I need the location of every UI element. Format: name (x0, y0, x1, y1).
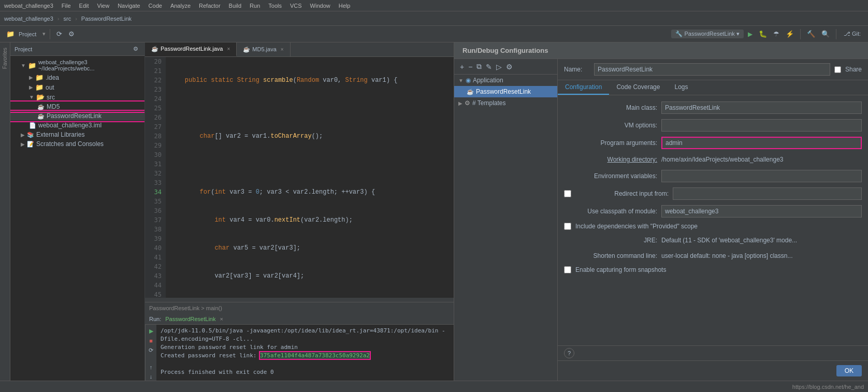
java-file-icon-2: ☕ (37, 113, 45, 120)
config-tab-configuration[interactable]: Configuration (558, 80, 609, 95)
config-remove-btn[interactable]: − (467, 61, 474, 72)
run-rerun-btn[interactable]: ⟳ (147, 346, 155, 355)
config-main-class-input[interactable] (661, 101, 862, 114)
breadcrumb-file[interactable]: PasswordResetLink (81, 16, 132, 22)
git-btn[interactable]: ⎇ Git: (841, 30, 864, 38)
menu-item-app[interactable]: weboat_challenge3 (4, 3, 53, 9)
menu-item-window[interactable]: Window (310, 3, 330, 9)
run-btn[interactable]: ▶ (746, 30, 755, 39)
line-num-28: 28 (149, 132, 162, 141)
debug-btn[interactable]: 🐛 (757, 29, 769, 39)
sidebar-settings-btn[interactable]: ⚙ (131, 45, 140, 53)
sidebar-tree: ▼ 📁 weboat_challenge3 ~/IdeaProjects/web… (10, 56, 144, 381)
line-num-23: 23 (149, 85, 162, 94)
status-right: https://blog.csdn.net/he_and (792, 384, 864, 390)
toolbar-settings-btn[interactable]: ⚙ (66, 29, 77, 39)
run-output-line-1: /opt/jdk-11.0.5/bin/java -javaagent:/opt… (161, 327, 450, 343)
profile-btn[interactable]: ⚡ (784, 29, 796, 39)
editor-tabs: ☕ PasswordResetLink.java × ☕ MD5.java × (145, 42, 454, 57)
config-help-btn[interactable]: ? (564, 348, 574, 358)
config-tree-application[interactable]: ▼ ◉ Application (454, 75, 557, 86)
config-row-include-deps: Include dependencies with "Provided" sco… (564, 223, 862, 230)
code-editor[interactable]: 20 21 22 23 24 25 26 27 28 29 30 31 32 3… (145, 57, 454, 298)
breadcrumb-project[interactable]: weboat_challenge3 (4, 16, 53, 22)
sidebar-item-passwordresetlink[interactable]: ☕ PasswordResetLink (10, 111, 144, 121)
config-share-checkbox[interactable] (834, 66, 841, 73)
favorites-tab[interactable]: Favorites (1, 45, 9, 72)
config-run-btn[interactable]: ▷ (495, 61, 503, 72)
config-add-btn[interactable]: + (458, 61, 466, 72)
config-ok-btn[interactable]: OK (836, 365, 862, 376)
config-tab-logs[interactable]: Logs (667, 80, 695, 95)
config-copy-btn[interactable]: ⧉ (475, 61, 483, 72)
tab-close-2[interactable]: × (281, 47, 284, 52)
config-env-vars-input[interactable] (661, 170, 862, 182)
sidebar-item-scratches[interactable]: ▶ 📝 Scratches and Consoles (10, 139, 144, 149)
config-redirect-checkbox[interactable] (564, 190, 571, 197)
editor-scrollbar[interactable] (145, 298, 454, 302)
sidebar-item-ext-libs[interactable]: ▶ 📚 External Libraries (10, 130, 144, 139)
config-toolbar: + − ⧉ ✎ ▷ ⚙ (454, 59, 557, 75)
config-classpath-input[interactable] (661, 205, 862, 217)
editor-footer: PasswordResetLink > main() (145, 302, 454, 313)
menu-item-file[interactable]: File (62, 3, 71, 9)
sidebar-item-out[interactable]: ▶ 📁 out (10, 82, 144, 92)
menu-item-navigate[interactable]: Navigate (118, 3, 140, 9)
config-tree-passwordresetlink[interactable]: ☕ PasswordResetLink (454, 86, 557, 97)
sidebar-title: Project (15, 46, 32, 52)
code-line-21 (170, 104, 450, 113)
menu-item-edit[interactable]: Edit (79, 3, 89, 9)
build-btn[interactable]: 🔨 (805, 29, 817, 39)
project-folder-icon: 📁 (28, 62, 36, 69)
line-num-39: 39 (149, 234, 162, 243)
run-play-btn[interactable]: ▶ (147, 327, 155, 336)
config-redirect-input[interactable] (673, 187, 862, 200)
config-shorten-cmd-label: Shorten command line: (564, 252, 657, 259)
menu-item-run[interactable]: Run (250, 3, 260, 9)
search-everywhere-btn[interactable]: 🔍 (819, 29, 832, 39)
line-numbers: 20 21 22 23 24 25 26 27 28 29 30 31 32 3… (145, 57, 166, 298)
sidebar-item-root[interactable]: ▼ 📁 weboat_challenge3 ~/IdeaProjects/web… (10, 58, 144, 72)
toolbar-sync-btn[interactable]: ⟳ (54, 29, 64, 39)
menu-item-view[interactable]: View (97, 3, 110, 9)
config-include-deps-checkbox[interactable] (564, 223, 571, 230)
config-tree-templates[interactable]: ▶ ⚙ # Templates (454, 97, 557, 109)
config-working-dir-label: Working directory: (564, 156, 657, 163)
run-config-dropdown[interactable]: 🔧 PasswordResetLink ▾ (671, 30, 743, 38)
sidebar-item-md5[interactable]: ☕ MD5 (10, 102, 144, 111)
coverage-btn[interactable]: ☂ (771, 29, 782, 39)
line-num-45: 45 (149, 290, 162, 298)
menu-item-tools[interactable]: Tools (268, 3, 282, 9)
run-panel-close[interactable]: × (220, 316, 223, 322)
config-edit-btn[interactable]: ✎ (484, 61, 494, 72)
run-stop-btn[interactable]: ■ (147, 337, 155, 345)
run-config-label: PasswordResetLink (685, 31, 735, 37)
breadcrumb-src[interactable]: src (63, 16, 71, 22)
config-prog-args-input[interactable] (661, 137, 862, 149)
config-name-input[interactable] (594, 63, 830, 76)
config-enable-snapshots-checkbox[interactable] (564, 266, 571, 273)
config-shorten-cmd-value: user-local default: none - java [options… (661, 251, 862, 261)
run-scroll-down-btn[interactable]: ↓ (147, 372, 155, 381)
sidebar-item-src[interactable]: ▼ 📂 src (10, 92, 144, 102)
code-line-25: int var4 = var0.nextInt(var2.length); (170, 215, 450, 225)
run-scroll-up-btn[interactable]: ↑ (147, 363, 155, 371)
menu-item-refactor[interactable]: Refactor (199, 3, 221, 9)
tab-passwordresetlink[interactable]: ☕ PasswordResetLink.java × (145, 42, 237, 56)
run-panel-config-name[interactable]: PasswordResetLink (165, 316, 215, 322)
config-settings-btn[interactable]: ⚙ (504, 61, 514, 72)
menu-item-vcs[interactable]: VCS (290, 3, 302, 9)
tab-close-1[interactable]: × (227, 46, 230, 52)
sidebar-item-iml[interactable]: 📄 weboat_challenge3.iml (10, 121, 144, 130)
config-classpath-label: Use classpath of module: (564, 208, 657, 215)
toolbar-project-btn[interactable]: 📁 (4, 29, 17, 39)
tab-md5[interactable]: ☕ MD5.java × (237, 42, 290, 56)
config-vm-options-input[interactable] (661, 119, 862, 132)
menu-item-help[interactable]: Help (339, 3, 351, 9)
config-tab-coverage[interactable]: Code Coverage (609, 80, 667, 95)
menu-item-build[interactable]: Build (229, 3, 241, 9)
menu-item-analyze[interactable]: Analyze (170, 3, 191, 9)
config-prog-args-label: Program arguments: (564, 139, 657, 147)
sidebar-item-idea[interactable]: ▶ 📁 .idea (10, 72, 144, 82)
menu-item-code[interactable]: Code (149, 3, 162, 9)
